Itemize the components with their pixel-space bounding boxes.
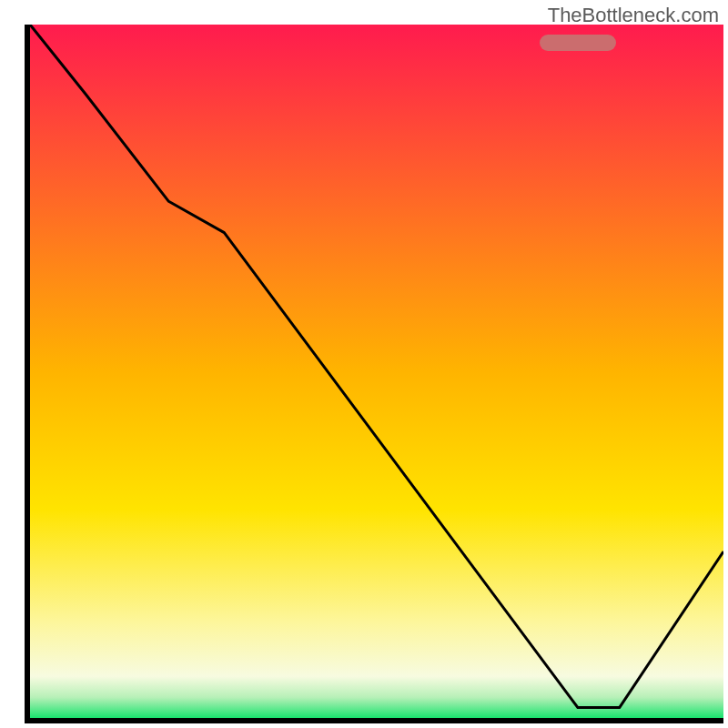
chart-wrapper: TheBottleneck.com [0, 0, 728, 728]
bottleneck-curve [30, 25, 723, 718]
plot-area [25, 25, 723, 723]
optimal-region-marker [540, 35, 616, 51]
watermark-text: TheBottleneck.com [548, 4, 719, 27]
